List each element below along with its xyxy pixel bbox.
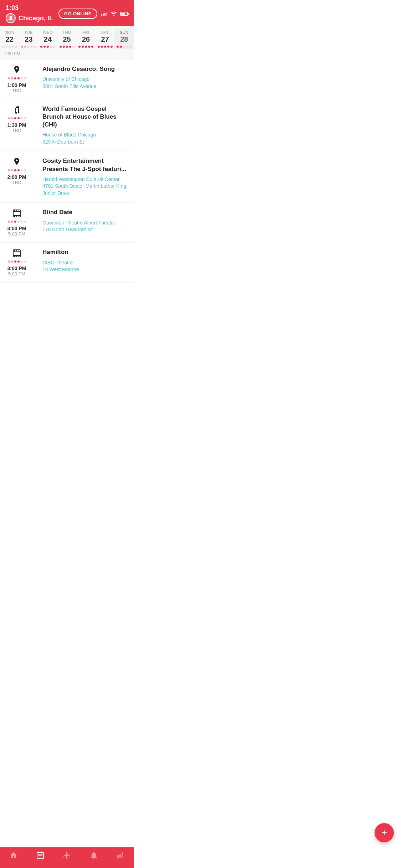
event-title: Alejandro Cesarco: Song xyxy=(42,65,129,73)
location-icon xyxy=(13,65,20,75)
event-item-1[interactable]: 1:00 PMTBDAlejandro Cesarco: SongUnivers… xyxy=(0,60,134,99)
calendar-day-22[interactable]: MON22 xyxy=(0,29,19,49)
film-icon xyxy=(13,208,21,218)
svg-rect-10 xyxy=(16,215,17,217)
calendar-day-27[interactable]: SAT27 xyxy=(96,29,115,49)
event-item-3[interactable]: 2:00 PMTBDGosity Entertainment Presents … xyxy=(0,151,134,203)
avatar[interactable] xyxy=(6,13,16,23)
event-title: Gosity Entertainment Presents The J-Spot… xyxy=(42,157,129,173)
calendar-day-25[interactable]: THU25 xyxy=(57,29,77,49)
wifi-icon xyxy=(111,11,117,17)
location-text: Chicago, IL xyxy=(19,15,53,22)
event-item-2[interactable]: 1:30 PMTBDWorld Famous Gospel Brunch at … xyxy=(0,99,134,151)
location-icon xyxy=(13,157,20,167)
svg-rect-9 xyxy=(14,215,15,217)
go-online-button[interactable]: GO ONLINE xyxy=(58,9,97,19)
event-title: Blind Date xyxy=(42,208,129,216)
calendar-day-24[interactable]: WED24 xyxy=(38,29,57,49)
svg-rect-6 xyxy=(14,210,15,212)
battery-icon xyxy=(120,12,128,16)
calendar-day-23[interactable]: TUE23 xyxy=(19,29,38,49)
status-right: GO ONLINE xyxy=(58,9,128,19)
events-list: 1:00 PMTBDAlejandro Cesarco: SongUnivers… xyxy=(0,60,134,311)
calendar-days: MON22TUE23WED24THU25FRI26SAT27SUN28 xyxy=(0,26,134,49)
film-icon xyxy=(13,248,21,258)
svg-rect-18 xyxy=(14,255,15,257)
svg-rect-16 xyxy=(16,250,17,252)
calendar-day-26[interactable]: FRI26 xyxy=(76,29,96,49)
time-label: 2:30 PM xyxy=(0,49,134,59)
event-venue: CIBC Theatre18 West Monroe xyxy=(42,259,129,273)
calendar-strip: MON22TUE23WED24THU25FRI26SAT27SUN28 2:30… xyxy=(0,26,134,60)
svg-rect-7 xyxy=(16,210,17,212)
event-venue: University of Chicago5801 South Ellis Av… xyxy=(42,76,129,90)
event-title: Hamilton xyxy=(42,248,129,256)
event-venue: House of Blues Chicago329 N Dearborn St xyxy=(42,131,129,145)
svg-rect-20 xyxy=(19,255,19,257)
svg-rect-19 xyxy=(16,255,17,257)
svg-rect-8 xyxy=(19,210,19,212)
calendar-day-28[interactable]: SUN28 xyxy=(114,29,134,49)
signal-icon xyxy=(101,12,107,16)
music-icon xyxy=(14,105,20,115)
svg-rect-11 xyxy=(19,215,19,217)
event-item-5[interactable]: 3:00 PM5:00 PMHamiltonCIBC Theatre18 Wes… xyxy=(0,243,134,283)
event-item-4[interactable]: 3:00 PM5:00 PMBlind DateGoodman Theatre … xyxy=(0,203,134,243)
status-bar: 1:03 Chicago, IL GO ONLINE xyxy=(0,0,134,26)
svg-rect-17 xyxy=(19,250,19,252)
status-left: 1:03 Chicago, IL xyxy=(6,4,53,23)
status-time: 1:03 xyxy=(6,4,53,12)
location-row: Chicago, IL xyxy=(6,13,53,23)
svg-rect-15 xyxy=(14,250,15,252)
event-venue: Goodman Theatre Albert Theatre170 North … xyxy=(42,219,129,233)
event-venue: Harold Washington Cultural Center4701 So… xyxy=(42,176,129,197)
event-title: World Famous Gospel Brunch at House of B… xyxy=(42,105,129,129)
svg-point-0 xyxy=(10,16,12,19)
